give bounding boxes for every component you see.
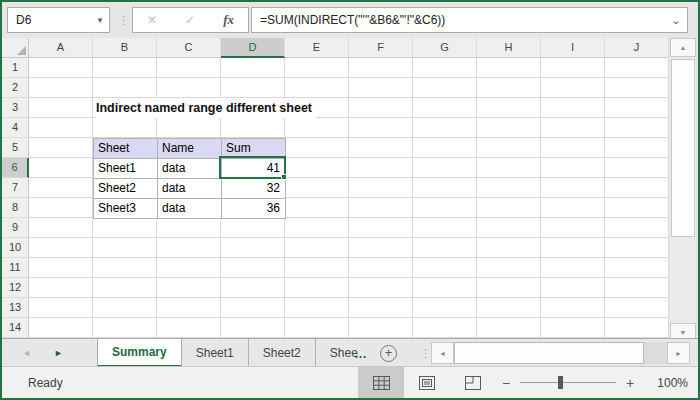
status-ready-label: Ready xyxy=(28,367,63,399)
formula-text[interactable]: =SUM(INDIRECT("'"&B6&"'!"&C6)) xyxy=(252,13,665,27)
column-header-h[interactable]: H xyxy=(477,38,541,58)
scroll-right-icon[interactable]: ► xyxy=(667,342,690,364)
zoom-out-button[interactable]: − xyxy=(502,367,510,399)
column-header-b[interactable]: B xyxy=(93,38,157,58)
name-box[interactable]: D6 ▾ xyxy=(7,7,110,33)
row-header-4[interactable]: 4 xyxy=(2,118,29,138)
formula-buttons: ✕ ✓ fx xyxy=(132,7,249,33)
row-header-2[interactable]: 2 xyxy=(2,78,29,98)
cancel-icon[interactable]: ✕ xyxy=(147,13,157,27)
new-sheet-button[interactable]: + xyxy=(380,345,397,362)
header-cell-sum[interactable]: Sum xyxy=(222,139,286,159)
select-all-button[interactable] xyxy=(2,38,29,58)
column-header-d-selected[interactable]: D xyxy=(221,38,285,58)
table-header-row: Sheet Name Sum xyxy=(94,139,286,159)
row-header-3[interactable]: 3 xyxy=(2,98,29,118)
column-header-j[interactable]: J xyxy=(605,38,669,58)
horizontal-scrollbar-thumb[interactable] xyxy=(454,342,644,364)
column-header-i[interactable]: I xyxy=(541,38,605,58)
cell-d6-selected[interactable]: 41 xyxy=(222,159,286,179)
tab-summary-active[interactable]: Summary xyxy=(97,339,182,367)
zoom-level-label[interactable]: 100% xyxy=(646,367,688,399)
name-box-dropdown-icon[interactable]: ▾ xyxy=(91,15,109,25)
page-layout-view-button[interactable] xyxy=(404,367,450,398)
table-row: Sheet3 data 36 xyxy=(94,199,286,219)
tab-bar-separator-dots[interactable]: ⋮ xyxy=(420,339,431,367)
excel-window: D6 ▾ ⋮ ✕ ✓ fx =SUM(INDIRECT("'"&B6&"'!"&… xyxy=(0,0,700,400)
cell-c7[interactable]: data xyxy=(158,179,222,199)
data-table: Sheet Name Sum Sheet1 data 41 Sheet2 dat… xyxy=(93,138,286,219)
normal-view-grid-icon xyxy=(373,376,390,390)
title-cell-b3[interactable]: Indirect named range different sheet xyxy=(96,98,316,118)
cell-d7[interactable]: 32 xyxy=(222,179,286,199)
scroll-up-icon[interactable]: ▲ xyxy=(670,38,696,57)
page-break-preview-icon xyxy=(465,376,481,390)
row-header-10[interactable]: 10 xyxy=(2,238,29,258)
sheet-tabs: Summary Sheet1 Sheet2 Shee xyxy=(97,339,362,367)
column-header-c[interactable]: C xyxy=(157,38,221,58)
row-header-11[interactable]: 11 xyxy=(2,258,29,278)
insert-function-icon[interactable]: fx xyxy=(223,12,234,28)
zoom-slider-track[interactable] xyxy=(520,382,616,383)
fill-handle[interactable] xyxy=(281,174,287,180)
zoom-slider-handle[interactable] xyxy=(558,376,563,389)
vertical-scrollbar-thumb[interactable] xyxy=(671,59,695,237)
formula-bar-row: D6 ▾ ⋮ ✕ ✓ fx =SUM(INDIRECT("'"&B6&"'!"&… xyxy=(2,2,698,38)
cell-b6[interactable]: Sheet1 xyxy=(94,159,158,179)
row-header-13[interactable]: 13 xyxy=(2,298,29,318)
header-cell-name[interactable]: Name xyxy=(158,139,222,159)
row-header-14[interactable]: 14 xyxy=(2,318,29,338)
row-header-5[interactable]: 5 xyxy=(2,138,29,158)
row-header-6-selected[interactable]: 6 xyxy=(2,158,29,178)
sheet-tab-bar: ◄ ► Summary Sheet1 Sheet2 Shee … + ⋮ ◄ ► xyxy=(2,338,698,366)
row-headers: 1 2 3 4 5 6 7 8 9 10 11 12 13 14 xyxy=(2,58,29,338)
select-all-triangle-icon xyxy=(17,46,26,55)
row-header-7[interactable]: 7 xyxy=(2,178,29,198)
cell-c8[interactable]: data xyxy=(158,199,222,219)
tab-overflow-ellipsis: … xyxy=(354,339,368,367)
row-header-9[interactable]: 9 xyxy=(2,218,29,238)
formula-input[interactable]: =SUM(INDIRECT("'"&B6&"'!"&C6)) ⌄ xyxy=(251,7,688,33)
name-box-value[interactable]: D6 xyxy=(8,13,91,27)
status-bar: Ready − xyxy=(2,366,698,398)
cell-d8[interactable]: 36 xyxy=(222,199,286,219)
page-layout-icon xyxy=(419,376,435,390)
column-header-a[interactable]: A xyxy=(29,38,93,58)
tab-nav-right-icon[interactable]: ► xyxy=(54,339,63,367)
row-header-1[interactable]: 1 xyxy=(2,58,29,78)
table-row: Sheet1 data 41 xyxy=(94,159,286,179)
page-break-preview-button[interactable] xyxy=(450,367,496,398)
column-header-f[interactable]: F xyxy=(349,38,413,58)
enter-icon[interactable]: ✓ xyxy=(185,13,195,27)
column-header-e[interactable]: E xyxy=(285,38,349,58)
row-header-8[interactable]: 8 xyxy=(2,198,29,218)
tab-sheet1[interactable]: Sheet1 xyxy=(182,339,249,367)
scroll-left-icon[interactable]: ◄ xyxy=(431,342,454,364)
header-cell-sheet[interactable]: Sheet xyxy=(94,139,158,159)
row-header-12[interactable]: 12 xyxy=(2,278,29,298)
column-header-g[interactable]: G xyxy=(413,38,477,58)
cell-b7[interactable]: Sheet2 xyxy=(94,179,158,199)
zoom-in-button[interactable]: + xyxy=(626,367,634,399)
cell-c6[interactable]: data xyxy=(158,159,222,179)
vertical-scrollbar[interactable]: ▲ ▼ xyxy=(670,38,696,342)
tab-nav-left-icon[interactable]: ◄ xyxy=(22,339,31,367)
formula-bar-expand-icon[interactable]: ⌄ xyxy=(665,14,687,27)
tab-sheet2[interactable]: Sheet2 xyxy=(249,339,316,367)
cell-b8[interactable]: Sheet3 xyxy=(94,199,158,219)
table-row: Sheet2 data 32 xyxy=(94,179,286,199)
formula-bar-separator-dots: ⋮ xyxy=(118,7,129,33)
column-headers: A B C D E F G H I J xyxy=(29,38,669,58)
worksheet-grid: 1 2 3 4 5 6 7 8 9 10 11 12 13 14 Indirec… xyxy=(2,58,669,338)
normal-view-button[interactable] xyxy=(358,367,404,398)
